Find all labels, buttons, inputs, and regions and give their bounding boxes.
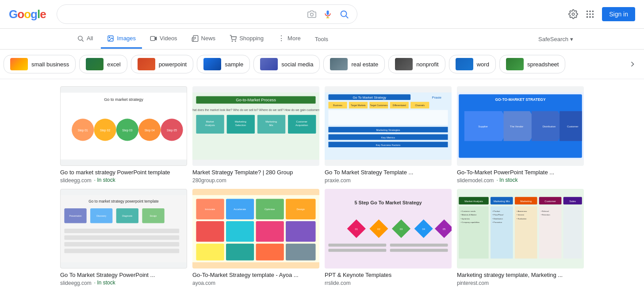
tab-more[interactable]: ⋮ More bbox=[272, 29, 307, 49]
svg-text:GO-TO-MARKET STRATEGY: GO-TO-MARKET STRATEGY bbox=[495, 97, 545, 102]
svg-rect-97 bbox=[64, 229, 179, 233]
result-source-6: ayoa.com bbox=[192, 280, 215, 286]
settings-button[interactable] bbox=[568, 9, 578, 19]
apps-button[interactable] bbox=[585, 9, 595, 19]
tab-more-label: More bbox=[288, 35, 301, 42]
svg-rect-20 bbox=[150, 36, 155, 40]
result-title-2: Market Strategy Template? | 280 Group bbox=[192, 169, 319, 176]
svg-text:Go To Market Strategy: Go To Market Strategy bbox=[353, 96, 386, 100]
google-logo[interactable]: Google bbox=[9, 8, 46, 21]
result-badge-4: · In stock bbox=[496, 177, 518, 183]
svg-text:• Distribution: • Distribution bbox=[492, 218, 503, 220]
svg-rect-100 bbox=[64, 249, 179, 253]
filter-label-excel: excel bbox=[107, 61, 120, 68]
svg-text:Step 01: Step 01 bbox=[78, 129, 88, 132]
result-card-4[interactable]: GO-TO-MARKET STRATEGY Supplier The Vendo… bbox=[457, 86, 584, 184]
svg-text:Step 03: Step 03 bbox=[122, 129, 132, 132]
more-dots-icon: ⋮ bbox=[278, 34, 285, 42]
tab-videos[interactable]: Videos bbox=[144, 30, 184, 49]
voice-search-button[interactable] bbox=[322, 9, 333, 19]
svg-point-7 bbox=[586, 11, 588, 12]
tools-button[interactable]: Tools bbox=[309, 31, 334, 48]
tab-images[interactable]: Images bbox=[101, 30, 142, 49]
tab-shopping[interactable]: Shopping bbox=[223, 30, 270, 49]
svg-rect-113 bbox=[286, 244, 316, 261]
svg-point-25 bbox=[232, 41, 232, 41]
filter-scroll-right-button[interactable] bbox=[625, 57, 640, 71]
tab-videos-label: Videos bbox=[160, 35, 177, 42]
svg-text:Marketing Strategies: Marketing Strategies bbox=[376, 129, 400, 131]
safesearch-button[interactable]: SafeSearch ▾ bbox=[538, 36, 573, 42]
svg-text:Customer: Customer bbox=[296, 120, 308, 123]
svg-text:Marketing: Marketing bbox=[235, 120, 246, 123]
result-source-row-8: pinterest.com bbox=[457, 279, 584, 286]
search-bar: go-to-market strategy template bbox=[57, 4, 357, 24]
filter-chip-nonprofit[interactable]: nonprofit bbox=[388, 55, 445, 73]
result-card-5[interactable]: Go to market strategy powerpoint templat… bbox=[60, 189, 187, 286]
result-image-6: Innovate Accelerate Optimise Design bbox=[192, 189, 319, 268]
search-submit-button[interactable] bbox=[338, 8, 350, 20]
header-right: Sign in bbox=[568, 7, 635, 21]
result-title-7: PPT & Keynote Templates bbox=[325, 271, 452, 279]
svg-rect-69 bbox=[328, 110, 448, 125]
sign-in-button[interactable]: Sign in bbox=[602, 7, 635, 21]
filter-chips-bar: small business excel powerpoint sample s… bbox=[0, 50, 644, 79]
search-input[interactable]: go-to-market strategy template bbox=[64, 10, 301, 18]
svg-text:Go to market strategy: Go to market strategy bbox=[104, 97, 143, 102]
filter-thumb-excel bbox=[86, 58, 104, 70]
result-card-3[interactable]: Go To Market Strategy Praxie Business Ta… bbox=[325, 86, 452, 184]
svg-text:• Referral: • Referral bbox=[541, 210, 549, 212]
svg-text:Sales: Sales bbox=[569, 200, 576, 203]
filter-chip-real-estate[interactable]: real estate bbox=[323, 55, 385, 73]
filter-chip-word[interactable]: word bbox=[449, 55, 496, 73]
result-card-7[interactable]: 5 Step Go To Market Strategy 01 02 03 04… bbox=[325, 189, 452, 286]
result-card-8[interactable]: Market Analysis Marketing Mix Marketing … bbox=[457, 189, 584, 286]
result-source-4: slidemodel.com bbox=[457, 177, 494, 184]
svg-text:Design: Design bbox=[297, 208, 305, 211]
filter-chip-small-business[interactable]: small business bbox=[4, 55, 76, 73]
svg-point-12 bbox=[592, 13, 594, 15]
camera-search-button[interactable] bbox=[307, 9, 317, 19]
svg-point-16 bbox=[78, 36, 82, 40]
svg-text:Step 02: Step 02 bbox=[100, 129, 110, 132]
filter-chip-sample[interactable]: sample bbox=[197, 55, 250, 73]
filter-thumb-nonprofit bbox=[395, 58, 413, 70]
svg-text:• Retention: • Retention bbox=[541, 214, 550, 216]
result-title-8: Marketing strategy template, Marketing .… bbox=[457, 271, 584, 279]
filter-chip-social-media[interactable]: social media bbox=[253, 55, 320, 73]
svg-point-6 bbox=[572, 13, 575, 15]
tab-all[interactable]: All bbox=[71, 30, 99, 49]
svg-text:Marketing: Marketing bbox=[520, 200, 532, 203]
result-source-5: slideegg.com bbox=[60, 280, 92, 286]
svg-rect-111 bbox=[226, 244, 254, 261]
svg-point-13 bbox=[586, 16, 588, 18]
svg-rect-98 bbox=[64, 235, 179, 240]
filter-label-social-media: social media bbox=[281, 61, 313, 68]
svg-point-0 bbox=[310, 13, 313, 16]
svg-marker-21 bbox=[155, 37, 156, 40]
safesearch-label: SafeSearch bbox=[538, 36, 568, 42]
svg-text:Presentation: Presentation bbox=[69, 215, 81, 217]
tab-news[interactable]: News bbox=[185, 30, 222, 49]
svg-text:• Markets & Market: • Markets & Market bbox=[460, 214, 477, 216]
result-source-1: slideegg.com bbox=[60, 177, 92, 184]
result-card-2[interactable]: Go-to-Market Process What does the marke… bbox=[192, 86, 319, 184]
svg-rect-112 bbox=[256, 244, 284, 261]
filter-label-nonprofit: nonprofit bbox=[416, 61, 439, 68]
filter-chip-powerpoint[interactable]: powerpoint bbox=[131, 55, 194, 73]
svg-text:• Promotion: • Promotion bbox=[492, 222, 502, 224]
filter-chip-excel[interactable]: excel bbox=[79, 55, 127, 73]
filter-chip-spreadsheet[interactable]: spreadsheet bbox=[499, 55, 566, 73]
result-image-5: Go to market strategy powerpoint templat… bbox=[60, 189, 187, 268]
svg-text:Customer: Customer bbox=[544, 200, 556, 203]
result-source-7: rrslide.com bbox=[325, 280, 351, 286]
svg-text:05: 05 bbox=[443, 228, 446, 230]
svg-text:• Evaluation: • Evaluation bbox=[517, 218, 527, 220]
svg-text:01: 01 bbox=[355, 228, 358, 230]
result-card-6[interactable]: Innovate Accelerate Optimise Design Go-T… bbox=[192, 189, 319, 286]
svg-text:Optimise: Optimise bbox=[264, 208, 275, 211]
safesearch-dropdown-icon: ▾ bbox=[570, 36, 573, 42]
svg-text:Supplier: Supplier bbox=[478, 125, 488, 128]
result-card-1[interactable]: Go to market strategy Step 01 Step 02 St… bbox=[60, 86, 187, 184]
svg-text:Accelerate: Accelerate bbox=[234, 208, 246, 211]
